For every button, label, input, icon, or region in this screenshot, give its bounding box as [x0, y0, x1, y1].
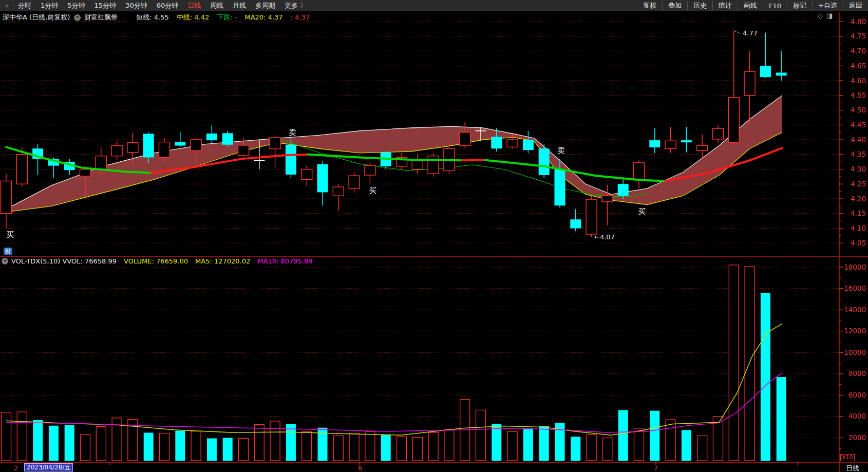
volume-bar-up — [476, 410, 486, 461]
volume-axis-label: 18000 — [844, 263, 866, 271]
menu-item-月线[interactable]: 月线 — [228, 1, 251, 10]
volume-bar-down — [144, 432, 154, 461]
menu-item-更多 〉[interactable]: 更多 〉 — [280, 1, 311, 10]
volume-bar-up — [697, 436, 707, 461]
indicator-tag: 财 — [4, 248, 12, 255]
price-axis-label: 4.30 — [851, 165, 866, 173]
volume-ma5-line — [6, 324, 782, 435]
price-axis-label: 4.35 — [851, 150, 866, 158]
candle-down — [317, 164, 328, 193]
volume-bar-down — [492, 424, 501, 461]
candle-down — [175, 142, 185, 146]
menu-item-返回[interactable]: 返回 — [843, 1, 868, 10]
price-axis-label: 4.70 — [851, 47, 866, 55]
candle-up — [460, 133, 470, 146]
candle-up — [349, 176, 360, 188]
stat-value: MA20: 4.37 — [244, 13, 282, 21]
menu-item-历史[interactable]: 历史 — [687, 1, 712, 10]
window-collapse-icon[interactable]: » — [0, 2, 13, 9]
menu-item-周线[interactable]: 周线 — [205, 1, 228, 10]
menu-item-15分钟[interactable]: 15分钟 — [90, 1, 121, 10]
price-axis-label: 4.15 — [851, 209, 866, 217]
chevron-down-icon[interactable] — [2, 258, 8, 265]
candle-up — [744, 71, 755, 96]
menu-item-画线[interactable]: 画线 — [738, 1, 763, 10]
date-tooltip: 2023/04/28/五 — [24, 463, 73, 471]
volume-axis-label: 16000 — [844, 284, 866, 292]
price-axis-label: 4.05 — [851, 239, 866, 247]
volume-readouts: VOL-TDX(5,10) VVOL: 76658.99VOLUME: 7665… — [11, 257, 319, 265]
menu-item-60分钟[interactable]: 60分钟 — [152, 1, 183, 10]
candle-up — [238, 145, 249, 156]
volume-bar-up — [507, 431, 517, 461]
candle-up — [301, 169, 312, 180]
candle-up — [333, 187, 344, 196]
volume-bar-up — [2, 412, 11, 461]
indicator-readouts: 短线: 4.55中线: 4.42下跌: -MA20: 4.37: 4.37 — [136, 13, 317, 22]
stock-title[interactable]: 深中华A (日线,前复权) — [3, 13, 70, 22]
candle-up — [507, 140, 518, 147]
candle-up — [428, 156, 439, 174]
top-menu-bar: » 分时1分钟5分钟15分钟30分钟60分钟日线周线月线多周期更多 〉 复权叠加… — [0, 0, 868, 11]
volume-stat-value: VOL-TDX(5,10) VVOL: 76658.99 — [11, 257, 117, 265]
volume-bar-up — [745, 267, 754, 461]
candle-up — [80, 169, 91, 176]
menu-item-多周期[interactable]: 多周期 — [251, 1, 280, 10]
volume-bar-down — [49, 426, 59, 461]
volume-bar-down — [539, 426, 549, 461]
buy-marker: 买 — [638, 207, 646, 216]
indicator-name[interactable]: 财富红飘带 — [84, 13, 118, 22]
price-axis-label: 4.25 — [851, 180, 866, 188]
volume-multiplier-badge: X10 — [840, 454, 855, 461]
menu-item-标记[interactable]: 标记 — [787, 1, 812, 10]
menu-item-F10[interactable]: F10 — [763, 2, 787, 10]
candle-up — [365, 166, 375, 175]
menu-item-复权[interactable]: 复权 — [637, 1, 662, 10]
volume-bar-down — [286, 424, 296, 461]
candle-up — [665, 141, 676, 148]
volume-bar-up — [666, 420, 675, 461]
candle-up — [111, 146, 122, 156]
chevron-down-icon[interactable] — [74, 14, 81, 21]
volume-bar-down — [381, 435, 391, 461]
month-label: 6 — [358, 464, 362, 472]
price-axis-label: 4.55 — [851, 91, 866, 99]
sell-marker: 卖 — [289, 128, 296, 137]
menu-item-+自选[interactable]: +自选 — [812, 1, 843, 10]
candle-down — [649, 140, 660, 147]
volume-bar-down — [571, 437, 580, 461]
volume-bar-up — [634, 428, 644, 461]
annotation-lead-line — [735, 31, 741, 33]
candle-up — [1, 181, 12, 214]
menu-item-叠加[interactable]: 叠加 — [662, 1, 687, 10]
volume-axis-label: 8000 — [848, 369, 866, 377]
price-axis-label: 4.65 — [851, 62, 866, 70]
price-axis-label: 4.80 — [851, 17, 866, 26]
chart-canvas[interactable]: 买卖买卖买4.77←4.074.804.754.704.654.604.554.… — [0, 0, 868, 472]
candle-up — [634, 163, 645, 180]
diamond-icon[interactable]: ◇ — [818, 12, 823, 20]
menu-item-统计[interactable]: 统计 — [712, 1, 738, 10]
menu-item-5分钟[interactable]: 5分钟 — [63, 1, 89, 10]
volume-bar-up — [81, 435, 90, 461]
price-annotation: ←4.07 — [594, 233, 615, 241]
price-axis-label: 4.50 — [851, 106, 866, 114]
menu-item-分时[interactable]: 分时 — [13, 1, 36, 10]
period-badge: 日线 — [846, 464, 859, 472]
volume-bar-down — [777, 377, 786, 461]
price-axis-label: 4.10 — [851, 224, 866, 232]
volume-bar-up — [729, 265, 739, 461]
volume-bar-down — [207, 438, 217, 461]
candle-down — [286, 145, 296, 175]
volume-axis-label: 14000 — [844, 306, 866, 314]
volume-stat-value: MA5: 127020.02 — [195, 257, 250, 265]
menu-item-30分钟[interactable]: 30分钟 — [121, 1, 152, 10]
volume-bar-up — [302, 432, 312, 461]
volume-bar-up — [270, 421, 280, 461]
menu-item-日线[interactable]: 日线 — [183, 1, 205, 10]
split-window-icon[interactable]: ◨ — [826, 12, 833, 20]
candle-up — [159, 142, 170, 158]
menu-item-1分钟[interactable]: 1分钟 — [36, 1, 63, 10]
volume-bar-down — [682, 430, 691, 461]
price-axis-label: 4.75 — [851, 32, 866, 40]
